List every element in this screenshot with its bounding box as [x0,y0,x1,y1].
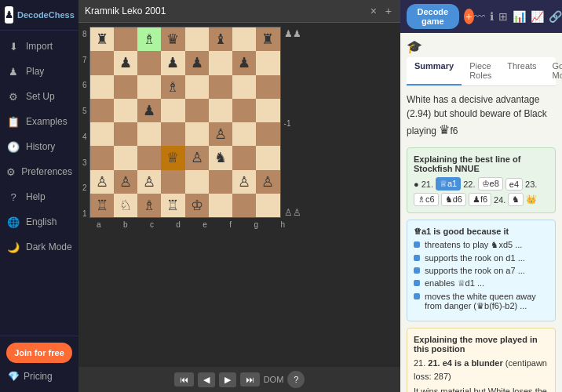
tab-summary[interactable]: Summary [407,57,462,85]
sidebar-item-history[interactable]: 🕐 History [0,134,78,159]
board-cell-c6[interactable] [137,75,161,99]
sidebar-item-help[interactable]: ? Help [0,184,78,209]
tab-piece-roles[interactable]: Piece Roles [462,57,499,85]
board-cell-e3[interactable]: ♙ [185,146,209,169]
board-cell-b5[interactable] [114,99,137,122]
board-cell-c5[interactable]: ♟ [137,99,161,122]
board-cell-h4[interactable] [256,122,279,146]
board-cell-c3[interactable] [137,146,161,169]
move-n24[interactable]: ♞ [508,193,524,206]
board-cell-c7[interactable] [137,51,161,74]
join-button[interactable]: Join for free [6,343,72,363]
board-cell-e4[interactable] [185,122,209,146]
board-cell-b4[interactable] [114,122,137,146]
board-cell-c1[interactable]: ♗ [137,194,161,217]
sidebar-item-play[interactable]: ♟ Play [0,59,78,84]
board-cell-d8[interactable]: ♛ [161,27,184,51]
sidebar-item-import[interactable]: ⬇ Import [0,34,78,59]
move-e4[interactable]: e4 [505,178,523,191]
board-cell-f5[interactable] [209,99,232,122]
board-cell-g6[interactable] [232,75,256,99]
tab-threats[interactable]: Threats [499,57,544,85]
board-cell-d6[interactable]: ♗ [161,75,184,99]
darkmode-label: Dark Mode [26,241,72,252]
board-cell-h2[interactable]: ♙ [256,170,279,194]
board-cell-b7[interactable]: ♟ [114,51,137,74]
board-cell-b3[interactable] [114,146,137,169]
board-cell-c4[interactable] [137,122,161,146]
board-cell-g3[interactable] [232,146,256,169]
last-move-button[interactable]: ⏭ [240,372,260,387]
sidebar-item-english[interactable]: 🌐 English [0,209,78,234]
board-cell-h6[interactable] [256,75,279,99]
board-cell-f2[interactable] [209,170,232,194]
board-cell-b1[interactable]: ♘ [114,194,137,217]
pricing-item[interactable]: 💎 Pricing [6,367,72,386]
plus-button[interactable]: + [464,9,474,24]
chess-board[interactable]: ♜♗♛♝♜♟♟♟♟♗♟♙♕♙♞♙♙♙♙♙♖♘♗♖♔ [89,27,281,218]
board-cell-e7[interactable]: ♟ [185,51,209,74]
sidebar-item-setup[interactable]: ⚙ Set Up [0,84,78,109]
board-cell-e6[interactable] [185,75,209,99]
board-cell-b6[interactable] [114,75,137,99]
board-cell-g7[interactable]: ♟ [232,51,256,74]
add-tab-button[interactable]: + [383,4,394,18]
prev-move-button[interactable]: ◀ [198,372,215,387]
board-cell-h8[interactable]: ♜ [256,27,279,51]
sidebar-item-preferences[interactable]: ⚙ Preferences [0,159,78,184]
board-cell-e2[interactable] [185,170,209,194]
board-cell-g2[interactable]: ♙ [232,170,256,194]
board-cell-h5[interactable] [256,99,279,122]
board-cell-f6[interactable] [209,75,232,99]
import-label: Import [26,41,53,52]
board-cell-e5[interactable] [185,99,209,122]
move-qa1[interactable]: ♕a1 [436,177,461,191]
board-cell-g5[interactable] [232,99,256,122]
board-cell-b8[interactable] [114,27,137,51]
close-tab-button[interactable]: × [368,4,379,18]
tab-good-moves[interactable]: Good Moves [545,57,562,85]
board-cell-f3[interactable]: ♞ [209,146,232,169]
reason-3: supports the rook on a7 ... [414,266,549,275]
board-cell-g1[interactable] [232,194,256,217]
board-cell-d1[interactable]: ♖ [161,194,184,217]
board-cell-d7[interactable]: ♟ [161,51,184,74]
board-cell-a4[interactable] [90,122,114,146]
help-circle-button[interactable]: ? [287,371,305,388]
first-move-button[interactable]: ⏮ [174,372,194,387]
board-cell-f7[interactable] [209,51,232,74]
board-cell-e1[interactable]: ♔ [185,194,209,217]
board-cell-d4[interactable] [161,122,184,146]
advantage-text: White has a decisive advantage (2.94) bu… [407,93,556,140]
board-cell-g8[interactable] [232,27,256,51]
board-cell-h1[interactable] [256,194,279,217]
board-cell-a2[interactable]: ♙ [90,170,114,194]
sidebar-item-darkmode[interactable]: 🌙 Dark Mode [0,234,78,260]
board-cell-g4[interactable] [232,122,256,146]
next-move-button[interactable]: ▶ [219,372,236,387]
board-cell-a5[interactable] [90,99,114,122]
board-cell-a6[interactable] [90,75,114,99]
move-bc6[interactable]: ♗c6 [414,193,439,206]
move-ke8[interactable]: ♔e8 [478,177,503,191]
board-cell-h3[interactable] [256,146,279,169]
move-f6[interactable]: ♟f6 [469,193,491,206]
board-cell-f8[interactable]: ♝ [209,27,232,51]
board-cell-a8[interactable]: ♜ [90,27,114,51]
board-cell-h7[interactable] [256,51,279,74]
board-cell-b2[interactable]: ♙ [114,170,137,194]
move-nd6[interactable]: ♞d6 [441,193,466,206]
board-cell-f4[interactable]: ♙ [209,122,232,146]
board-cell-d5[interactable] [161,99,184,122]
board-cell-a3[interactable] [90,146,114,169]
board-cell-a1[interactable]: ♖ [90,194,114,217]
board-cell-f1[interactable] [209,194,232,217]
decode-game-button[interactable]: Decode game [407,4,459,29]
sidebar-item-examples[interactable]: 📋 Examples [0,109,78,134]
board-cell-d2[interactable] [161,170,184,194]
board-cell-d3[interactable]: ♕ [161,146,184,169]
board-cell-e8[interactable] [185,27,209,51]
board-cell-c8[interactable]: ♗ [137,27,161,51]
board-cell-c2[interactable]: ♙ [137,170,161,194]
board-cell-a7[interactable] [90,51,114,74]
